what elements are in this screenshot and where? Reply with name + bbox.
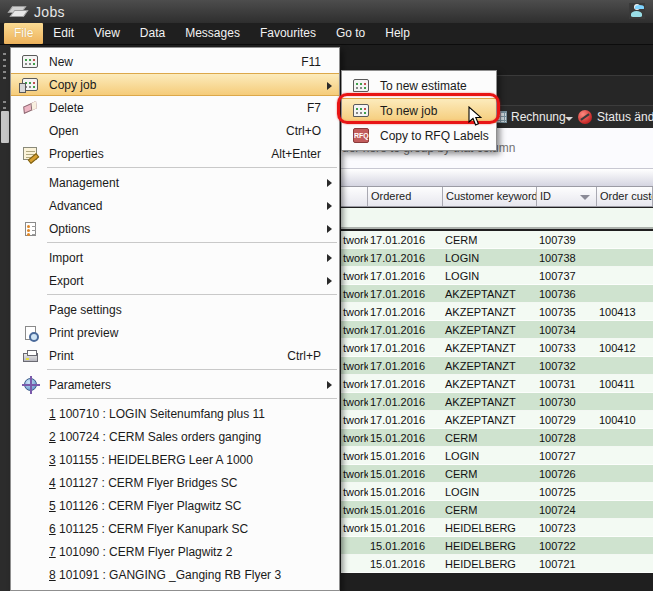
table-row[interactable]: twork15.01.2016LOGIN100727 (341, 447, 653, 465)
docked-toolbar-button[interactable] (1, 111, 9, 143)
table-row[interactable]: twork17.01.2016AKZEPTANZT100730 (341, 393, 653, 411)
table-row[interactable]: twork15.01.2016CERM100726 (341, 465, 653, 483)
column-header-ordered[interactable]: Ordered (368, 187, 443, 206)
dropdown-caret-icon[interactable] (565, 117, 573, 121)
table-row[interactable]: twork15.01.2016HEIDELBERG100723 (341, 519, 653, 537)
cell-status: twork (341, 321, 368, 338)
cell-status (341, 537, 368, 554)
file-menu-item-101090-cerm-flyer-plagwitz-2[interactable]: 7 101090 : CERM Flyer Plagwitz 2 (11, 540, 339, 563)
menu-item-label: Page settings (49, 303, 122, 317)
menu-item-shortcut: Alt+Enter (271, 147, 321, 161)
table-row[interactable]: twork15.01.2016LOGIN100725 (341, 483, 653, 501)
table-row[interactable]: 15.01.2016HEIDELBERG100721 (341, 555, 653, 573)
file-menu-item-copy-job[interactable]: Copy job (11, 73, 339, 96)
menubar-item-help[interactable]: Help (375, 23, 420, 44)
menubar-item-file[interactable]: File (4, 23, 43, 44)
status-change-button[interactable]: Status änd (597, 110, 653, 124)
file-menu-item-delete[interactable]: DeleteF7 (11, 96, 339, 119)
rechnung-button[interactable]: Rechnung (511, 110, 566, 124)
menu-item-label: To new estimate (380, 79, 467, 93)
cell-keyword: AKZEPTANZT (443, 375, 537, 392)
cell-status: twork (341, 249, 368, 266)
submenu-item-to-new-estimate[interactable]: To new estimate (342, 73, 496, 98)
table-row[interactable]: twork15.01.2016CERM100724 (341, 501, 653, 519)
cell-keyword: CERM (443, 429, 537, 446)
file-menu-item-options[interactable]: Options (11, 217, 339, 240)
menu-item-shortcut: Ctrl+P (287, 349, 321, 363)
cell-keyword: HEIDELBERG (443, 519, 537, 536)
file-menu-item-page-settings[interactable]: Page settings (11, 298, 339, 321)
submenu-arrow-icon (327, 179, 332, 187)
column-header-blank[interactable] (341, 187, 368, 206)
cell-status: twork (341, 303, 368, 320)
submenu-item-copy-to-rfq-labels[interactable]: RFQCopy to RFQ Labels (342, 123, 496, 148)
cell-ordered: 17.01.2016 (368, 303, 443, 320)
menu-item-label: Delete (49, 101, 84, 115)
file-menu-item-101126-cerm-flyer-plagwitz-sc[interactable]: 5 101126 : CERM Flyer Plagwitz SC (11, 494, 339, 517)
file-menu-item-101127-cerm-flyer-bridges-sc[interactable]: 4 101127 : CERM Flyer Bridges SC (11, 471, 339, 494)
cell-status: twork (341, 483, 368, 500)
file-menu-item-101155-heidelberg-leer-a-1000[interactable]: 3 101155 : HEIDELBERG Leer A 1000 (11, 448, 339, 471)
cell-ordered: 17.01.2016 (368, 339, 443, 356)
file-menu-item-parameters[interactable]: Parameters (11, 373, 339, 396)
file-menu-item-properties[interactable]: PropertiesAlt+Enter (11, 142, 339, 165)
menu-item-shortcut: Ctrl+O (286, 124, 321, 138)
cell-ordered: 15.01.2016 (368, 429, 443, 446)
cell-status: twork (341, 375, 368, 392)
table-row[interactable]: twork17.01.2016AKZEPTANZT100735100413 (341, 303, 653, 321)
cell-keyword: CERM (443, 465, 537, 482)
file-menu-item-management[interactable]: Management (11, 171, 339, 194)
cell-keyword: HEIDELBERG (443, 555, 537, 572)
file-menu-item-new[interactable]: NewF11 (11, 50, 339, 73)
file-menu-item-100724-cerm-sales-orders-ganging[interactable]: 2 100724 : CERM Sales orders ganging (11, 425, 339, 448)
table-row[interactable]: twork17.01.2016LOGIN100737 (341, 267, 653, 285)
file-menu-item-print-preview[interactable]: Print preview (11, 321, 339, 344)
file-menu-item-open[interactable]: OpenCtrl+O (11, 119, 339, 142)
cell-id: 100733 (537, 339, 597, 356)
table-row[interactable]: twork17.01.2016AKZEPTANZT100732 (341, 357, 653, 375)
docked-toolbar-strip (0, 45, 10, 591)
cell-order (597, 555, 653, 572)
menu-separator (47, 294, 337, 295)
cell-keyword: AKZEPTANZT (443, 303, 537, 320)
column-header-order-custo[interactable]: Order custo (597, 187, 653, 206)
grid-header-row: OrderedCustomer keywordIDOrder custo (341, 186, 653, 207)
cell-order (597, 357, 653, 374)
table-row[interactable]: twork15.01.2016CERM100728 (341, 429, 653, 447)
menu-separator (47, 242, 337, 243)
cell-ordered: 17.01.2016 (368, 321, 443, 338)
column-header-id[interactable]: ID (537, 187, 597, 206)
table-row[interactable]: twork17.01.2016AKZEPTANZT100734 (341, 321, 653, 339)
menubar-item-edit[interactable]: Edit (43, 23, 84, 44)
table-row[interactable]: twork17.01.2016AKZEPTANZT100729100410 (341, 411, 653, 429)
status-change-icon[interactable] (578, 110, 592, 124)
column-header-customer-keyword[interactable]: Customer keyword (443, 187, 537, 206)
table-row[interactable]: twork17.01.2016AKZEPTANZT100736 (341, 285, 653, 303)
file-menu-item-100710-login-seitenumfang-plus-11[interactable]: 1 100710 : LOGIN Seitenumfang plus 11 (11, 402, 339, 425)
cell-keyword: CERM (443, 231, 537, 248)
file-menu-item-print[interactable]: PrintCtrl+P (11, 344, 339, 367)
menubar-item-messages[interactable]: Messages (175, 23, 250, 44)
file-menu-item-101091-ganging-ganging-rb-flyer-3[interactable]: 8 101091 : GANGING _Ganging RB Flyer 3 (11, 563, 339, 586)
grid-filter-row[interactable] (341, 208, 653, 229)
menubar-item-go-to[interactable]: Go to (326, 23, 375, 44)
menu-item-label: Copy job (49, 78, 96, 92)
menu-item-label: Advanced (49, 199, 102, 213)
cell-keyword: AKZEPTANZT (443, 339, 537, 356)
file-menu-item-101125-cerm-flyer-kanupark-sc[interactable]: 6 101125 : CERM Flyer Kanupark SC (11, 517, 339, 540)
user-star-icon[interactable] (629, 3, 645, 19)
table-row[interactable]: 15.01.2016HEIDELBERG100722 (341, 537, 653, 555)
table-row[interactable]: twork17.01.2016LOGIN100738 (341, 249, 653, 267)
table-row[interactable]: twork17.01.2016AKZEPTANZT100733100412 (341, 339, 653, 357)
job-icon (353, 104, 369, 117)
table-row[interactable]: twork17.01.2016CERM100739 (341, 231, 653, 249)
menubar-item-data[interactable]: Data (130, 23, 175, 44)
file-menu-item-export[interactable]: Export (11, 269, 339, 292)
file-menu-item-import[interactable]: Import (11, 246, 339, 269)
menubar-item-favourites[interactable]: Favourites (250, 23, 326, 44)
table-row[interactable]: twork17.01.2016AKZEPTANZT100731100411 (341, 375, 653, 393)
toolbar-grip-icon[interactable] (3, 53, 6, 79)
file-menu-item-advanced[interactable]: Advanced (11, 194, 339, 217)
submenu-item-to-new-job[interactable]: To new job (342, 98, 496, 123)
menubar-item-view[interactable]: View (84, 23, 130, 44)
